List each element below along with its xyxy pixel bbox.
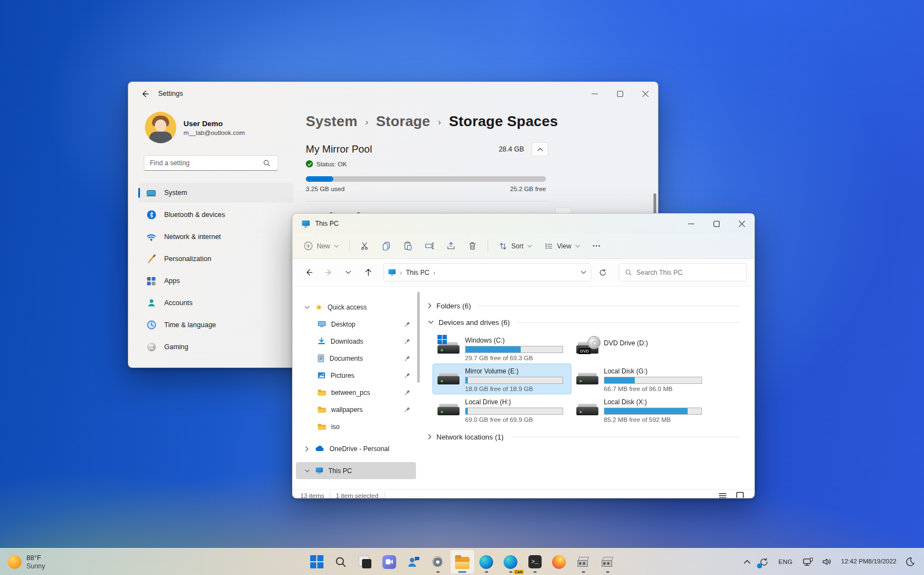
sidebar-item-bluetooth[interactable]: Bluetooth & devices (138, 205, 294, 225)
sidebar-item-gaming[interactable]: Gaming (138, 337, 294, 357)
clock-icon (146, 320, 156, 330)
drive-tile-local-h[interactable]: Local Drive (H:) 69.0 GB free of 69.9 GB (433, 394, 571, 425)
group-folders[interactable]: Folders (6) (428, 297, 740, 314)
drive-tile-mirror-e[interactable]: Mirror Volume (E:) 18.9 GB free of 18.9 … (433, 364, 571, 394)
do-not-disturb-button[interactable] (903, 552, 917, 572)
close-button[interactable] (633, 84, 658, 103)
nav-history-button[interactable] (340, 264, 356, 281)
drive-tile-dvd-d[interactable]: DVD DVD Drive (D:) (571, 333, 710, 364)
back-button[interactable] (135, 86, 154, 101)
pool-collapse-button[interactable] (532, 142, 548, 156)
tree-quick-access[interactable]: ★ Quick access (296, 299, 416, 316)
running-indicator (485, 571, 488, 573)
taskbar-search-button[interactable] (329, 550, 353, 574)
people-chat-button[interactable] (402, 550, 426, 574)
explorer-command-bar: New Sort View (293, 234, 754, 259)
drive-tile-local-g[interactable]: Local Disk (G:) 66.7 MB free of 96.0 MB (571, 364, 710, 394)
tree-item-iso[interactable]: iso (296, 418, 416, 435)
sidebar-item-apps[interactable]: Apps (138, 271, 294, 291)
bluetooth-icon (146, 210, 156, 220)
tree-item-wallpapers[interactable]: wallpapers (296, 401, 416, 418)
tray-date: 8/19/2022 (868, 557, 896, 566)
minimize-button[interactable] (678, 214, 704, 233)
sidebar-item-label: Gaming (164, 343, 188, 351)
nav-forward-button[interactable] (320, 264, 337, 281)
large-icons-view-button[interactable] (733, 491, 747, 498)
tree-item-documents[interactable]: Documents (296, 350, 416, 367)
teams-chat-button[interactable] (377, 550, 402, 574)
address-box[interactable]: › This PC › (383, 263, 591, 281)
sync-tray-button[interactable] (757, 552, 771, 572)
delete-button[interactable] (462, 237, 483, 256)
address-dropdown-icon[interactable] (581, 270, 586, 274)
firefox-button[interactable] (547, 550, 571, 574)
weather-widget[interactable]: 88°F Sunny (0, 554, 121, 570)
nav-up-button[interactable] (360, 264, 376, 281)
file-explorer-button[interactable] (450, 550, 474, 574)
breadcrumb-storage[interactable]: Storage (376, 113, 430, 130)
vm-app-1-button[interactable] (571, 550, 596, 574)
refresh-button[interactable] (595, 264, 611, 281)
group-devices-drives[interactable]: Devices and drives (6) (428, 314, 740, 330)
group-network-locations[interactable]: Network locations (1) (428, 428, 740, 445)
explorer-search-input[interactable] (636, 269, 741, 276)
volume-tray-button[interactable] (819, 552, 835, 572)
terminal-button[interactable]: >_ (523, 550, 547, 574)
tree-scrollbar[interactable] (417, 292, 420, 383)
minimize-button[interactable] (582, 84, 607, 103)
network-tray-button[interactable] (800, 552, 816, 572)
disc-icon (587, 336, 601, 349)
maximize-button[interactable] (607, 84, 633, 103)
edge-button[interactable] (474, 550, 499, 574)
sidebar-item-network[interactable]: Network & internet (138, 227, 294, 247)
chevron-right-icon[interactable] (304, 446, 310, 452)
paste-button[interactable] (398, 237, 418, 256)
tree-item-downloads[interactable]: Downloads (296, 333, 416, 350)
maximize-button[interactable] (704, 214, 729, 233)
chevron-down-icon[interactable] (304, 469, 310, 473)
settings-search-input[interactable] (144, 155, 278, 171)
edge-canary-button[interactable]: CAN (499, 550, 523, 574)
tree-item-pictures[interactable]: Pictures (296, 367, 416, 384)
drive-free-label: 18.9 GB free of 18.9 GB (465, 386, 563, 392)
pool-size: 28.4 GB (499, 145, 524, 153)
view-button[interactable]: View (539, 237, 586, 256)
tree-item-label: wallpapers (331, 406, 363, 414)
details-view-button[interactable] (716, 491, 729, 498)
sidebar-item-system[interactable]: System (138, 183, 294, 203)
sidebar-item-time-language[interactable]: Time & language (138, 315, 294, 335)
nav-back-button[interactable] (300, 264, 317, 281)
hidden-icons-button[interactable] (741, 552, 753, 572)
copy-button[interactable] (376, 237, 397, 256)
tree-item-onedrive[interactable]: OneDrive - Personal (296, 440, 416, 457)
tree-item-between-pcs[interactable]: between_pcs (296, 384, 416, 401)
see-more-button[interactable] (587, 237, 606, 256)
start-button[interactable] (305, 550, 329, 574)
address-path[interactable]: This PC (406, 269, 430, 276)
breadcrumb-system[interactable]: System (306, 113, 358, 130)
settings-app-button[interactable] (426, 550, 450, 574)
vm-app-2-button[interactable] (596, 550, 620, 574)
sidebar-item-accounts[interactable]: Accounts (138, 293, 294, 313)
cut-button[interactable] (355, 237, 375, 256)
pin-icon (404, 406, 410, 413)
user-card[interactable]: User Demo m__lab@outlook.com (138, 107, 294, 155)
tree-item-label: Documents (329, 355, 363, 362)
sort-button[interactable]: Sort (493, 237, 538, 256)
share-button[interactable] (441, 237, 461, 256)
running-indicator (606, 571, 609, 573)
new-button[interactable]: New (298, 237, 344, 256)
explorer-window-title: This PC (315, 220, 339, 227)
close-button[interactable] (729, 214, 754, 233)
rename-button[interactable] (419, 237, 440, 256)
clock-widget[interactable]: 12:42 PM 8/19/2022 (838, 552, 900, 572)
task-view-button[interactable] (353, 550, 377, 574)
chevron-down-icon[interactable] (304, 306, 310, 309)
drive-tile-local-x[interactable]: Local Disk (X:) 85.2 MB free of 592 MB (571, 394, 710, 425)
tree-item-desktop[interactable]: Desktop (296, 316, 416, 333)
file-explorer-icon (455, 557, 469, 569)
language-indicator[interactable]: ENG (775, 552, 797, 572)
sidebar-item-personalization[interactable]: Personalization (138, 249, 294, 269)
tree-item-this-pc[interactable]: This PC (296, 462, 416, 479)
drive-tile-windows-c[interactable]: Windows (C:) 29.7 GB free of 69.3 GB (433, 333, 571, 364)
